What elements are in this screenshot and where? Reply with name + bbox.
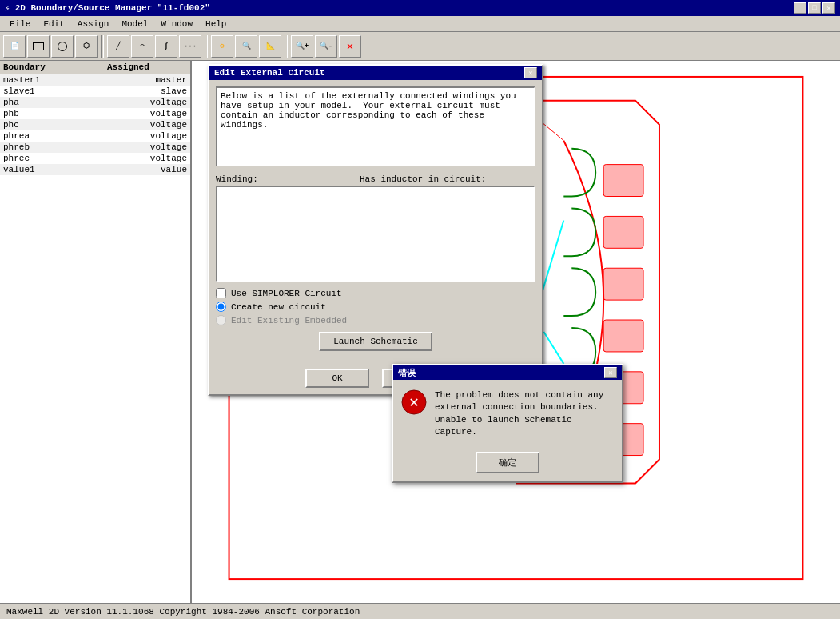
- assigned-value: voltage: [107, 109, 187, 118]
- maximize-button[interactable]: □: [808, 2, 821, 14]
- error-body: ✕ The problem does not contain any exter…: [393, 380, 622, 449]
- menu-edit[interactable]: Edit: [37, 18, 70, 30]
- menu-help[interactable]: Help: [199, 18, 233, 30]
- boundary-name: phb: [3, 109, 107, 118]
- dialog-ext-circuit-body: Winding: Has inductor in circuit: Use SI…: [209, 80, 542, 362]
- create-new-radio[interactable]: [216, 302, 226, 312]
- error-footer: 确定: [393, 449, 622, 481]
- error-icon: ✕: [401, 389, 427, 415]
- list-item[interactable]: master1 master: [0, 74, 190, 86]
- close-button[interactable]: ✕: [822, 2, 835, 14]
- edit-existing-row: Edit Existing Embedded: [216, 315, 535, 325]
- boundary-name: master1: [3, 75, 107, 85]
- ok-button[interactable]: OK: [305, 369, 369, 388]
- error-title-bar: 错误 ✕: [393, 365, 622, 380]
- boundary-panel: Boundary Assigned master1 master slave1 …: [0, 61, 192, 603]
- error-title: 错误: [398, 367, 416, 379]
- boundary-name: phreb: [3, 142, 107, 152]
- use-simplorer-row: Use SIMPLORER Circuit: [216, 288, 535, 298]
- assigned-value: value: [107, 165, 187, 174]
- app-icon: ⚡: [5, 3, 10, 14]
- toolbar-measure[interactable]: 📐: [259, 35, 281, 58]
- winding-header: Winding: Has inductor in circuit:: [216, 174, 535, 184]
- toolbar-sep3: [285, 35, 288, 58]
- confirm-button[interactable]: 确定: [476, 452, 539, 473]
- boundary-name: pha: [3, 98, 107, 107]
- dialog-ext-circuit-close-button[interactable]: ✕: [524, 67, 537, 78]
- toolbar-rect[interactable]: [27, 35, 50, 58]
- dialog-ext-circuit-title-bar: Edit External Circuit ✕: [209, 66, 542, 80]
- toolbar-new[interactable]: 📄: [3, 35, 26, 58]
- list-item[interactable]: phc voltage: [0, 119, 190, 130]
- svg-rect-5: [603, 165, 643, 197]
- list-item[interactable]: phreb voltage: [0, 142, 190, 153]
- error-message: The problem does not contain any externa…: [435, 389, 614, 439]
- assigned-value: voltage: [107, 142, 187, 152]
- menu-assign[interactable]: Assign: [71, 18, 116, 30]
- svg-line-4: [543, 332, 563, 364]
- launch-schematic-button[interactable]: Launch Schematic: [319, 332, 432, 351]
- toolbar-assign[interactable]: ⚙: [211, 35, 233, 58]
- boundary-name: phc: [3, 120, 107, 130]
- boundary-name: phrea: [3, 131, 107, 141]
- info-textarea[interactable]: [216, 86, 535, 166]
- toolbar-poly[interactable]: ⬡: [75, 35, 98, 58]
- svg-rect-8: [603, 320, 643, 352]
- winding-col2-header: Has inductor in circuit:: [360, 174, 486, 184]
- assigned-value: voltage: [107, 98, 187, 107]
- minimize-button[interactable]: _: [794, 2, 806, 14]
- use-simplorer-checkbox[interactable]: [216, 288, 226, 298]
- svg-rect-7: [603, 268, 643, 300]
- assigned-value: voltage: [107, 131, 187, 141]
- toolbar: 📄 ⬡ ╱ ⌒ ∫ ··· ⚙ 🔍 📐 🔍+ 🔍- ✕: [0, 32, 840, 61]
- toolbar-points[interactable]: ···: [179, 35, 201, 58]
- assigned-value: voltage: [107, 120, 187, 130]
- list-item[interactable]: phb voltage: [0, 108, 190, 119]
- boundary-name: slave1: [3, 86, 107, 96]
- toolbar-zoom-out[interactable]: 🔍-: [315, 35, 337, 58]
- panel-header: Boundary Assigned: [0, 61, 190, 74]
- toolbar-sep1: [101, 35, 104, 58]
- list-item[interactable]: phrea voltage: [0, 130, 190, 142]
- list-item[interactable]: slave1 slave: [0, 86, 190, 97]
- assigned-value: slave: [107, 86, 187, 96]
- menu-window[interactable]: Window: [154, 18, 199, 30]
- create-new-label: Create new circuit: [231, 302, 326, 312]
- assigned-col-header: Assigned: [107, 62, 187, 72]
- menu-file[interactable]: File: [3, 18, 37, 30]
- edit-existing-label: Edit Existing Embedded: [231, 316, 347, 325]
- dialog-ext-circuit-title: Edit External Circuit: [214, 68, 325, 78]
- assigned-value: master: [107, 75, 187, 85]
- svg-rect-6: [603, 216, 643, 248]
- radio-group: Use SIMPLORER Circuit Create new circuit…: [216, 288, 535, 325]
- create-new-row: Create new circuit: [216, 302, 535, 312]
- svg-text:✕: ✕: [409, 393, 419, 412]
- status-bar: Maxwell 2D Version 11.1.1068 Copyright 1…: [0, 603, 840, 619]
- list-item[interactable]: value1 value: [0, 164, 190, 175]
- boundary-col-header: Boundary: [3, 62, 107, 72]
- edit-existing-radio[interactable]: [216, 315, 226, 325]
- menu-bar: File Edit Assign Model Window Help: [0, 16, 840, 32]
- toolbar-select[interactable]: 🔍: [235, 35, 257, 58]
- boundary-name: phrec: [3, 154, 107, 163]
- toolbar-zoom-in[interactable]: 🔍+: [291, 35, 313, 58]
- toolbar-spline[interactable]: ∫: [155, 35, 177, 58]
- use-simplorer-label: Use SIMPLORER Circuit: [231, 289, 342, 298]
- error-close-button[interactable]: ✕: [604, 367, 617, 378]
- toolbar-arc[interactable]: ⌒: [131, 35, 153, 58]
- toolbar-zoom-fit[interactable]: ✕: [339, 35, 361, 58]
- toolbar-circle[interactable]: [51, 35, 74, 58]
- menu-model[interactable]: Model: [115, 18, 154, 30]
- toolbar-sep2: [205, 35, 208, 58]
- list-item[interactable]: phrec voltage: [0, 153, 190, 164]
- dialog-ext-circuit: Edit External Circuit ✕ Winding: Has ind…: [208, 64, 543, 396]
- assigned-value: voltage: [107, 154, 187, 163]
- winding-list[interactable]: [216, 186, 535, 282]
- dialog-error: 错误 ✕ ✕ The problem does not contain any …: [392, 364, 623, 483]
- app-title: 2D Boundary/Source Manager "11-fd002": [15, 3, 210, 13]
- boundary-name: value1: [3, 165, 107, 174]
- toolbar-line[interactable]: ╱: [107, 35, 129, 58]
- title-bar: ⚡ 2D Boundary/Source Manager "11-fd002" …: [0, 0, 840, 16]
- list-item[interactable]: pha voltage: [0, 97, 190, 108]
- winding-col1-header: Winding:: [216, 174, 360, 184]
